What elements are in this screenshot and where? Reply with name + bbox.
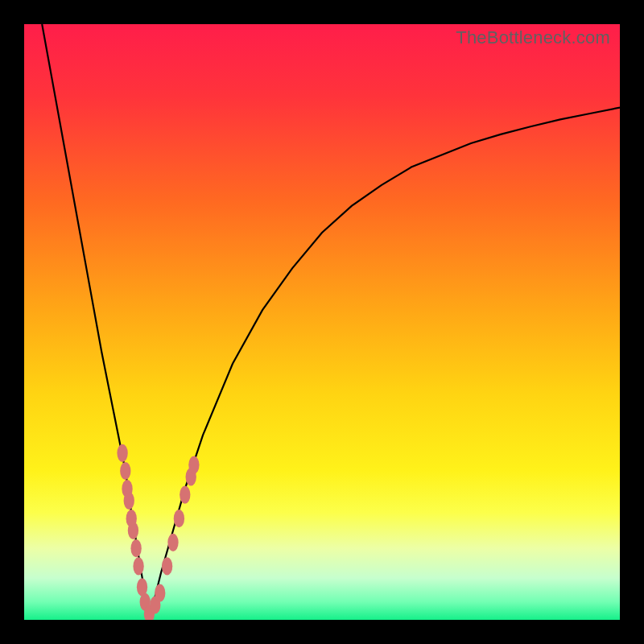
right-branch-curve: [149, 108, 620, 620]
data-marker: [162, 557, 172, 575]
chart-svg: [24, 24, 620, 620]
data-marker: [128, 522, 138, 539]
chart-frame: TheBottleneck.com: [0, 0, 644, 644]
watermark-text: TheBottleneck.com: [456, 27, 610, 48]
data-marker: [133, 557, 143, 575]
data-marker: [130, 539, 141, 557]
data-marker: [117, 444, 127, 462]
data-marker: [188, 456, 199, 474]
data-marker: [180, 486, 190, 504]
data-marker: [155, 584, 165, 602]
data-markers: [117, 444, 199, 620]
data-marker: [120, 462, 130, 480]
data-marker: [124, 492, 134, 510]
data-marker: [167, 534, 178, 551]
data-marker: [174, 510, 184, 527]
plot-area: TheBottleneck.com: [24, 24, 620, 620]
